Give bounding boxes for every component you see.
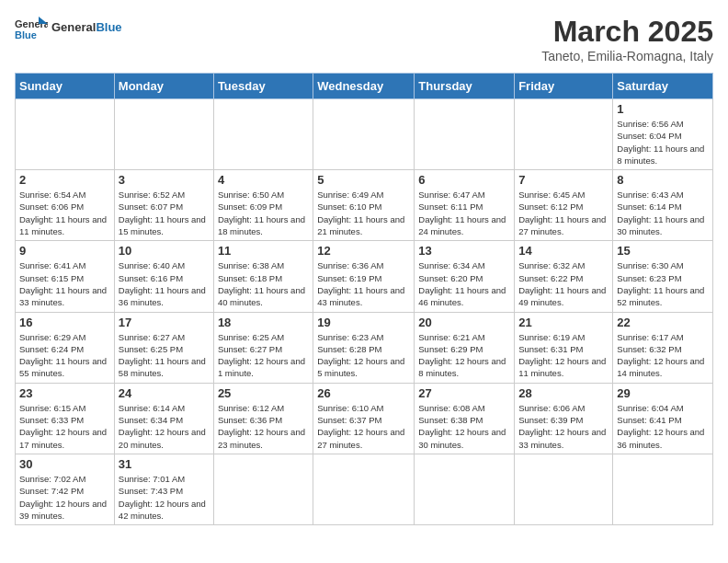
calendar-cell — [313, 454, 415, 524]
calendar-cell: 1Sunrise: 6:56 AM Sunset: 6:04 PM Daylig… — [613, 99, 713, 170]
calendar-week-row: 23Sunrise: 6:15 AM Sunset: 6:33 PM Dayli… — [16, 383, 713, 454]
title-block: March 2025 Taneto, Emilia-Romagna, Italy — [541, 15, 713, 63]
day-info: Sunrise: 6:34 AM Sunset: 6:20 PM Dayligh… — [418, 259, 510, 308]
calendar-cell: 3Sunrise: 6:52 AM Sunset: 6:07 PM Daylig… — [114, 170, 213, 241]
day-info: Sunrise: 6:45 AM Sunset: 6:12 PM Dayligh… — [518, 189, 609, 237]
day-number: 21 — [518, 316, 609, 329]
calendar-cell: 2Sunrise: 6:54 AM Sunset: 6:06 PM Daylig… — [16, 170, 115, 241]
day-number: 30 — [19, 457, 110, 471]
day-info: Sunrise: 6:38 AM Sunset: 6:18 PM Dayligh… — [218, 259, 309, 308]
calendar-table: SundayMondayTuesdayWednesdayThursdayFrid… — [15, 73, 713, 525]
day-of-week-header: Saturday — [613, 74, 713, 99]
day-info: Sunrise: 6:08 AM Sunset: 6:38 PM Dayligh… — [418, 402, 510, 451]
day-number: 6 — [418, 173, 510, 187]
day-number: 12 — [317, 244, 410, 258]
logo-icon: General Blue — [15, 15, 48, 40]
calendar-cell: 27Sunrise: 6:08 AM Sunset: 6:38 PM Dayli… — [415, 383, 515, 454]
calendar-cell: 4Sunrise: 6:50 AM Sunset: 6:09 PM Daylig… — [213, 170, 313, 241]
day-info: Sunrise: 6:10 AM Sunset: 6:37 PM Dayligh… — [317, 402, 410, 451]
day-info: Sunrise: 6:36 AM Sunset: 6:19 PM Dayligh… — [317, 259, 410, 308]
day-number: 15 — [617, 244, 709, 258]
day-number: 22 — [617, 316, 709, 329]
svg-text:Blue: Blue — [15, 29, 37, 40]
calendar-cell: 28Sunrise: 6:06 AM Sunset: 6:39 PM Dayli… — [515, 383, 613, 454]
day-info: Sunrise: 6:47 AM Sunset: 6:11 PM Dayligh… — [418, 189, 510, 237]
day-number: 10 — [119, 244, 210, 258]
calendar-cell: 20Sunrise: 6:21 AM Sunset: 6:29 PM Dayli… — [415, 312, 515, 383]
day-of-week-header: Friday — [515, 74, 613, 99]
month-title: March 2025 — [541, 15, 713, 49]
calendar-week-row: 30Sunrise: 7:02 AM Sunset: 7:42 PM Dayli… — [16, 454, 713, 524]
day-of-week-header: Monday — [114, 74, 213, 99]
day-number: 1 — [617, 102, 709, 116]
calendar-cell: 24Sunrise: 6:14 AM Sunset: 6:34 PM Dayli… — [114, 383, 213, 454]
logo-general: General — [51, 20, 96, 34]
calendar-cell: 15Sunrise: 6:30 AM Sunset: 6:23 PM Dayli… — [613, 241, 713, 312]
calendar-cell: 26Sunrise: 6:10 AM Sunset: 6:37 PM Dayli… — [313, 383, 415, 454]
day-info: Sunrise: 6:23 AM Sunset: 6:28 PM Dayligh… — [317, 331, 410, 380]
calendar-cell — [16, 99, 115, 170]
calendar-cell: 12Sunrise: 6:36 AM Sunset: 6:19 PM Dayli… — [313, 241, 415, 312]
day-of-week-header: Sunday — [16, 74, 115, 99]
day-number: 3 — [119, 173, 210, 187]
day-info: Sunrise: 6:49 AM Sunset: 6:10 PM Dayligh… — [317, 189, 410, 237]
day-info: Sunrise: 6:25 AM Sunset: 6:27 PM Dayligh… — [218, 331, 309, 380]
calendar-cell: 31Sunrise: 7:01 AM Sunset: 7:43 PM Dayli… — [114, 454, 213, 524]
calendar-cell: 16Sunrise: 6:29 AM Sunset: 6:24 PM Dayli… — [16, 312, 115, 383]
calendar-cell: 25Sunrise: 6:12 AM Sunset: 6:36 PM Dayli… — [213, 383, 313, 454]
day-number: 19 — [317, 316, 410, 329]
calendar-cell — [313, 99, 415, 170]
day-info: Sunrise: 6:30 AM Sunset: 6:23 PM Dayligh… — [617, 259, 709, 308]
calendar-cell: 11Sunrise: 6:38 AM Sunset: 6:18 PM Dayli… — [213, 241, 313, 312]
day-number: 20 — [418, 316, 510, 329]
day-number: 11 — [218, 244, 309, 258]
day-number: 26 — [317, 386, 410, 400]
calendar-cell — [114, 99, 213, 170]
logo-blue: Blue — [96, 20, 121, 34]
calendar-cell: 5Sunrise: 6:49 AM Sunset: 6:10 PM Daylig… — [313, 170, 415, 241]
day-info: Sunrise: 6:06 AM Sunset: 6:39 PM Dayligh… — [518, 402, 609, 451]
day-number: 13 — [418, 244, 510, 258]
day-info: Sunrise: 6:04 AM Sunset: 6:41 PM Dayligh… — [617, 402, 709, 451]
day-of-week-header: Thursday — [415, 74, 515, 99]
calendar-cell — [213, 454, 313, 524]
calendar-week-row: 16Sunrise: 6:29 AM Sunset: 6:24 PM Dayli… — [16, 312, 713, 383]
calendar-cell: 29Sunrise: 6:04 AM Sunset: 6:41 PM Dayli… — [613, 383, 713, 454]
day-number: 9 — [19, 244, 110, 258]
day-info: Sunrise: 6:27 AM Sunset: 6:25 PM Dayligh… — [119, 331, 210, 380]
day-number: 27 — [418, 386, 510, 400]
day-info: Sunrise: 6:12 AM Sunset: 6:36 PM Dayligh… — [218, 402, 309, 451]
day-info: Sunrise: 7:02 AM Sunset: 7:42 PM Dayligh… — [19, 473, 110, 522]
day-info: Sunrise: 6:52 AM Sunset: 6:07 PM Dayligh… — [119, 189, 210, 237]
calendar-cell — [613, 454, 713, 524]
calendar-week-row: 9Sunrise: 6:41 AM Sunset: 6:15 PM Daylig… — [16, 241, 713, 312]
day-info: Sunrise: 6:14 AM Sunset: 6:34 PM Dayligh… — [119, 402, 210, 451]
calendar-cell: 8Sunrise: 6:43 AM Sunset: 6:14 PM Daylig… — [613, 170, 713, 241]
location-subtitle: Taneto, Emilia-Romagna, Italy — [541, 49, 713, 63]
day-info: Sunrise: 6:56 AM Sunset: 6:04 PM Dayligh… — [617, 118, 709, 167]
day-info: Sunrise: 7:01 AM Sunset: 7:43 PM Dayligh… — [119, 473, 210, 522]
day-info: Sunrise: 6:50 AM Sunset: 6:09 PM Dayligh… — [218, 189, 309, 237]
day-of-week-header: Wednesday — [313, 74, 415, 99]
day-info: Sunrise: 6:40 AM Sunset: 6:16 PM Dayligh… — [119, 259, 210, 308]
day-info: Sunrise: 6:41 AM Sunset: 6:15 PM Dayligh… — [19, 259, 110, 308]
day-number: 23 — [19, 386, 110, 400]
calendar-header-row: SundayMondayTuesdayWednesdayThursdayFrid… — [16, 74, 713, 99]
calendar-cell: 19Sunrise: 6:23 AM Sunset: 6:28 PM Dayli… — [313, 312, 415, 383]
day-info: Sunrise: 6:17 AM Sunset: 6:32 PM Dayligh… — [617, 331, 709, 380]
day-of-week-header: Tuesday — [213, 74, 313, 99]
day-number: 28 — [518, 386, 609, 400]
day-info: Sunrise: 6:19 AM Sunset: 6:31 PM Dayligh… — [518, 331, 609, 380]
day-number: 16 — [19, 316, 110, 329]
page-header: General Blue GeneralBlue March 2025 Tane… — [15, 15, 713, 63]
calendar-week-row: 2Sunrise: 6:54 AM Sunset: 6:06 PM Daylig… — [16, 170, 713, 241]
day-number: 2 — [19, 173, 110, 187]
day-info: Sunrise: 6:15 AM Sunset: 6:33 PM Dayligh… — [19, 402, 110, 451]
day-number: 18 — [218, 316, 309, 329]
calendar-cell: 18Sunrise: 6:25 AM Sunset: 6:27 PM Dayli… — [213, 312, 313, 383]
calendar-cell — [415, 99, 515, 170]
calendar-cell: 14Sunrise: 6:32 AM Sunset: 6:22 PM Dayli… — [515, 241, 613, 312]
day-number: 8 — [617, 173, 709, 187]
day-number: 25 — [218, 386, 309, 400]
calendar-cell — [515, 454, 613, 524]
